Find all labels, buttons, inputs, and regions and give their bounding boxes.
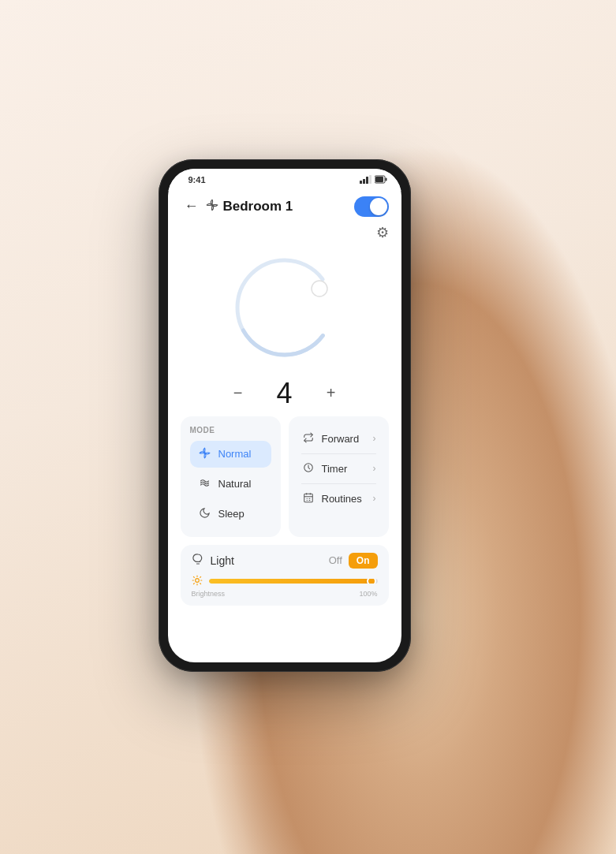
option-divider-2 [301,483,376,484]
mode-normal-button[interactable]: Normal [190,441,271,468]
app-content: ← Bedroom 1 [168,191,401,662]
light-on-badge[interactable]: On [349,553,378,569]
timer-chevron-icon: › [373,463,376,474]
forward-chevron-icon: › [373,433,376,444]
toggle-knob [370,198,387,215]
timer-option[interactable]: Timer › [298,456,379,482]
power-toggle[interactable] [354,196,389,217]
svg-rect-13 [304,494,312,502]
increase-speed-button[interactable]: + [319,381,344,406]
settings-icon[interactable]: ⚙ [376,224,389,241]
forward-option-left: Forward [301,432,360,446]
routines-chevron-icon: › [373,493,376,504]
device-title: Bedroom 1 [223,199,293,214]
status-icons [360,175,387,184]
option-divider-1 [301,453,376,454]
brightness-thumb [367,579,376,584]
status-bar: 9:41 [168,169,401,191]
forward-icon [301,432,315,446]
back-arrow-icon: ← [185,198,199,214]
svg-rect-0 [360,181,362,184]
mode-normal-icon [198,447,212,461]
svg-point-7 [211,203,213,206]
minus-icon: − [233,384,243,402]
svg-rect-5 [385,178,386,181]
light-section: Light Off On [181,545,389,606]
svg-rect-6 [375,177,383,182]
speed-controls: − 4 + [226,377,344,410]
forward-label: Forward [322,433,360,445]
dial-container: − 4 + [181,244,389,410]
decrease-speed-button[interactable]: − [226,381,251,406]
brightness-percent-value: 100% [359,590,377,598]
light-icon [192,553,204,569]
phone-screen: 9:41 [168,169,401,662]
routines-icon [301,492,315,505]
mode-section-label: MODE [190,426,271,434]
speed-dial[interactable] [222,244,348,371]
svg-point-10 [312,281,327,296]
header: ← Bedroom 1 [181,191,389,224]
speed-value: 4 [273,377,297,410]
timer-icon [301,462,315,475]
routines-option-left: Routines [301,492,362,505]
header-title-row: Bedroom 1 [206,199,354,214]
svg-rect-2 [366,177,368,184]
brightness-fill [209,579,369,584]
fan-icon [206,199,218,214]
brightness-bottom: Brightness 100% [192,590,378,598]
forward-option[interactable]: Forward › [298,426,379,452]
mode-normal-label: Normal [218,448,252,460]
phone-device: 9:41 [159,159,411,672]
options-section: Forward › [289,416,389,537]
phone-wrapper: 9:41 [159,159,411,672]
routines-label: Routines [322,493,362,505]
mode-natural-label: Natural [218,478,252,490]
sections-row: MODE Normal [181,416,389,537]
battery-icon [375,175,387,184]
light-off-label: Off [329,554,342,566]
svg-point-14 [195,578,199,582]
light-row: Light Off On [192,553,378,569]
timer-option-left: Timer [301,462,348,475]
mode-natural-button[interactable]: Natural [190,471,271,498]
status-time: 9:41 [189,175,206,185]
mode-sleep-icon [198,507,212,521]
brightness-track[interactable] [209,579,378,584]
signal-icon [360,175,371,184]
dial-svg [222,244,348,371]
settings-row: ⚙ [181,224,389,241]
svg-rect-3 [369,175,371,184]
mode-sleep-button[interactable]: Sleep [190,501,271,528]
svg-rect-1 [363,179,365,184]
mode-sleep-label: Sleep [218,508,245,520]
mode-natural-icon [198,477,212,491]
svg-point-11 [203,452,206,454]
back-button[interactable]: ← [181,196,203,218]
brightness-row [192,575,378,588]
light-toggle-group: Off On [329,553,378,569]
light-label: Light [211,554,329,567]
brightness-label-text: Brightness [192,590,226,598]
timer-label: Timer [322,463,348,475]
routines-option[interactable]: Routines › [298,486,379,512]
plus-icon: + [327,384,336,402]
brightness-sun-icon [192,575,203,588]
mode-section: MODE Normal [181,416,281,537]
